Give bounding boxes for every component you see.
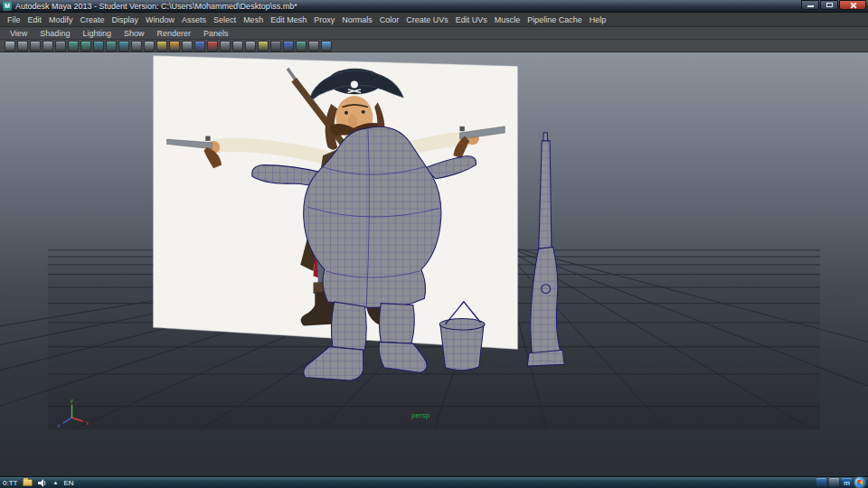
hypergraph-persp-icon[interactable] bbox=[131, 41, 142, 52]
tray-icons: m bbox=[816, 478, 852, 488]
film-gate-icon[interactable] bbox=[156, 41, 167, 52]
share-icon[interactable] bbox=[321, 41, 332, 52]
close-button[interactable] bbox=[839, 0, 866, 10]
menu-mesh[interactable]: Mesh bbox=[240, 15, 267, 24]
screen-space-ao-icon[interactable] bbox=[283, 41, 294, 52]
menu-color[interactable]: Color bbox=[376, 15, 403, 24]
panel-menu-view[interactable]: View bbox=[4, 29, 33, 38]
maximize-button[interactable] bbox=[820, 0, 838, 10]
motion-blur-icon[interactable] bbox=[296, 41, 307, 52]
tray-icon-1[interactable] bbox=[816, 478, 826, 488]
outliner-persp-icon[interactable] bbox=[118, 41, 129, 52]
panel-menu-show[interactable]: Show bbox=[118, 29, 151, 38]
lock-camera-icon[interactable] bbox=[17, 41, 28, 52]
single-pane-icon[interactable] bbox=[93, 41, 104, 52]
taskbar: 0:TT ▲ EN m bbox=[0, 476, 868, 488]
volume-icon[interactable] bbox=[38, 479, 47, 487]
two-panes-stacked-icon[interactable] bbox=[80, 41, 91, 52]
lighting-icon[interactable] bbox=[258, 41, 269, 52]
menu-file[interactable]: File bbox=[4, 15, 24, 24]
persp-graph-icon[interactable] bbox=[144, 41, 155, 52]
menu-assets[interactable]: Assets bbox=[178, 15, 210, 24]
menu-edit-mesh[interactable]: Edit Mesh bbox=[267, 15, 310, 24]
menu-display[interactable]: Display bbox=[108, 15, 143, 24]
explorer-folder-icon[interactable] bbox=[23, 479, 33, 486]
main-menu-bar: FileEditModifyCreateDisplayWindowAssetsS… bbox=[0, 13, 868, 27]
menu-create[interactable]: Create bbox=[77, 15, 108, 24]
window-titlebar: M Autodesk Maya 2013 - Student Version: … bbox=[0, 0, 868, 13]
bookmarks-icon[interactable] bbox=[42, 41, 53, 52]
maya-tray-icon[interactable]: m bbox=[842, 478, 852, 488]
menu-edit[interactable]: Edit bbox=[24, 15, 46, 24]
system-tray: m bbox=[816, 477, 865, 488]
menu-select[interactable]: Select bbox=[210, 15, 240, 24]
safe-title-icon[interactable] bbox=[220, 41, 231, 52]
menu-create-uvs[interactable]: Create UVs bbox=[402, 15, 452, 24]
four-view-icon[interactable] bbox=[106, 41, 117, 52]
menu-edit-uvs[interactable]: Edit UVs bbox=[452, 15, 491, 24]
taskbar-left-label: 0:TT bbox=[3, 479, 17, 487]
menu-pipeline-cache[interactable]: Pipeline Cache bbox=[524, 15, 586, 24]
maya-app-icon: M bbox=[3, 2, 12, 11]
field-chart-icon[interactable] bbox=[194, 41, 205, 52]
menu-muscle[interactable]: Muscle bbox=[491, 15, 524, 24]
maximize-icon bbox=[826, 3, 833, 7]
frame-all-icon[interactable] bbox=[232, 41, 243, 52]
windows-flag-icon bbox=[857, 480, 863, 485]
panel-menu-bar: ViewShadingLightingShowRendererPanels bbox=[0, 27, 868, 40]
tray-icon-2[interactable] bbox=[829, 478, 839, 488]
maya-application-window: M Autodesk Maya 2013 - Student Version: … bbox=[0, 0, 868, 488]
menu-window[interactable]: Window bbox=[142, 15, 178, 24]
multisample-icon[interactable] bbox=[308, 41, 319, 52]
window-controls bbox=[801, 0, 866, 10]
panel-menu-shading[interactable]: Shading bbox=[33, 29, 76, 38]
panel-toolbar bbox=[0, 40, 868, 52]
menu-normals[interactable]: Normals bbox=[338, 15, 376, 24]
gate-mask-icon[interactable] bbox=[182, 41, 193, 52]
shadows-icon[interactable] bbox=[270, 41, 281, 52]
minimize-button[interactable] bbox=[801, 0, 819, 10]
menu-modify[interactable]: Modify bbox=[45, 15, 77, 24]
viewport-scene: y x z persp bbox=[0, 52, 868, 476]
windows-start-orb[interactable] bbox=[854, 477, 865, 488]
frame-selection-icon[interactable] bbox=[245, 41, 256, 52]
panel-menu-panels[interactable]: Panels bbox=[197, 29, 235, 38]
show-hidden-icons-arrow[interactable]: ▲ bbox=[52, 480, 58, 485]
two-panes-side-by-side-icon[interactable] bbox=[68, 41, 79, 52]
panel-menu-renderer[interactable]: Renderer bbox=[150, 29, 197, 38]
resolution-gate-icon[interactable] bbox=[169, 41, 180, 52]
select-camera-icon[interactable] bbox=[5, 41, 15, 52]
safe-action-icon[interactable] bbox=[207, 41, 218, 52]
minimize-icon bbox=[807, 5, 814, 7]
panel-menu-lighting[interactable]: Lighting bbox=[76, 29, 118, 38]
menu-proxy[interactable]: Proxy bbox=[310, 15, 338, 24]
viewport-3d[interactable]: y x z persp bbox=[0, 52, 868, 476]
window-title: Autodesk Maya 2013 - Student Version: C:… bbox=[15, 2, 297, 11]
menu-help[interactable]: Help bbox=[586, 15, 610, 24]
image-plane-icon[interactable] bbox=[55, 41, 66, 52]
camera-attributes-icon[interactable] bbox=[30, 41, 41, 52]
axis-z-label: z bbox=[58, 422, 61, 428]
language-indicator[interactable]: EN bbox=[63, 479, 73, 487]
camera-label: persp bbox=[411, 411, 430, 419]
